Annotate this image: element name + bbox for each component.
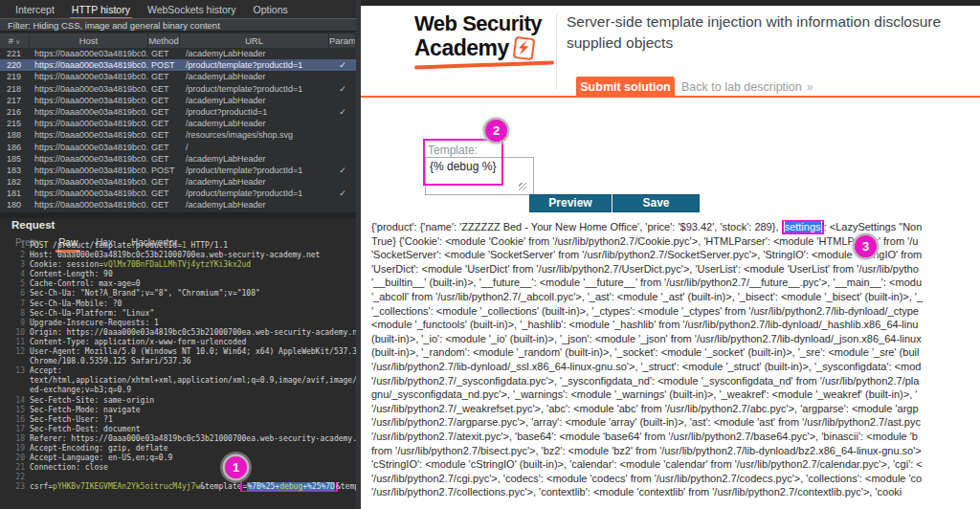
history-row[interactable]: 219https://0aaa000e03a4819bc0...GET/acad…: [0, 71, 356, 82]
params-checkmark-icon: [329, 153, 356, 165]
burp-tab-http-history[interactable]: HTTP history: [70, 1, 132, 20]
debug-line: '/usr/lib/python2.7/argparse.pyc'>, 'arr…: [371, 415, 980, 430]
request-raw-view[interactable]: 1POST /product/template?productId=1 HTTP…: [0, 241, 356, 509]
debug-line: <module '_functools' (built-in)>, '_hash…: [371, 318, 980, 332]
burp-tab-intercept[interactable]: Intercept: [13, 1, 56, 17]
history-table: 221https://0aaa000e03a4819bc0...GET/acad…: [0, 48, 356, 212]
history-row[interactable]: 183https://0aaa000e03a4819bc0...POST/pro…: [0, 165, 356, 176]
params-checkmark-icon: [329, 176, 356, 188]
history-cell-id: 219: [0, 71, 30, 82]
request-panel-title: Request: [11, 219, 55, 231]
history-cell-url: /academyLabHeader: [180, 199, 329, 210]
debug-line: 'UserDict': <module 'UserDict' from '/us…: [371, 262, 980, 277]
history-col-Host[interactable]: Host: [30, 33, 148, 48]
history-cell-url: /product/template?productId=1: [180, 59, 329, 71]
history-col-URL[interactable]: URL: [180, 33, 329, 48]
back-to-lab-description-link[interactable]: Back to lab description»: [681, 80, 813, 94]
params-checkmark-icon: [329, 142, 356, 153]
params-checkmark-icon: [329, 129, 356, 141]
debug-line: from '/usr/lib/python2.7/bisect.pyc'>, '…: [371, 444, 980, 458]
line-number: 10: [0, 328, 30, 338]
academy-page: Web Security Academy Server-side templat…: [361, 0, 980, 509]
request-line: 16Sec-Fetch-User: ?1: [0, 415, 356, 425]
save-button[interactable]: Save: [612, 194, 700, 212]
burp-panel: InterceptHTTP historyWebSockets historyO…: [0, 0, 356, 509]
history-cell-url: /academyLabHeader: [180, 118, 329, 129]
history-row[interactable]: 186https://0aaa000e03a4819bc0...GET/: [0, 142, 356, 153]
panel-splitter[interactable]: [0, 212, 356, 218]
history-row[interactable]: 180https://0aaa000e03a4819bc0...GET/acad…: [0, 199, 356, 210]
line-number: 3: [0, 260, 30, 270]
history-cell-host: https://0aaa000e03a4819bc0...: [30, 129, 148, 141]
history-cell-id: 180: [0, 199, 30, 210]
request-line: 19Accept-Encoding: gzip, deflate: [0, 444, 356, 454]
request-line: 6Sec-Ch-Ua: "Not?A_Brand";v="8", "Chromi…: [0, 289, 356, 299]
debug-line: '/usr/lib/python2.7/collections.pyc'>, '…: [371, 485, 980, 499]
request-line: 8Sec-Ch-Ua-Platform: "Linux": [0, 309, 356, 319]
line-number: [0, 386, 30, 395]
history-cell-method: GET: [148, 142, 180, 153]
history-cell-method: POST: [148, 165, 180, 176]
burp-tab-options[interactable]: Options: [252, 1, 290, 17]
history-cell-host: https://0aaa000e03a4819bc0...: [30, 165, 148, 176]
history-row[interactable]: 218https://0aaa000e03a4819bc0...GET/prod…: [0, 83, 356, 95]
history-row[interactable]: 215https://0aaa000e03a4819bc0...GET/acad…: [0, 118, 356, 129]
history-cell-url: /resources/images/shop.svg: [180, 129, 329, 141]
history-row[interactable]: 216https://0aaa000e03a4819bc0...GET/prod…: [0, 106, 356, 118]
history-col-num[interactable]: #∨: [0, 33, 30, 48]
request-line: ed-exchange;v=b3;q=0.9: [0, 386, 356, 395]
history-cell-url: /product/template?productId=1: [180, 188, 329, 199]
debug-line: '_collections': <module '_collections' (…: [371, 304, 980, 319]
history-cell-id: 220: [0, 59, 30, 71]
debug-line: '/usr/lib/python2.7/lib-dynload/_ssl.x86…: [371, 360, 980, 374]
request-line: 9Upgrade-Insecure-Requests: 1: [0, 319, 356, 328]
annotation-badge-2: 2: [485, 120, 507, 142]
line-number: 23: [0, 482, 30, 492]
preview-button[interactable]: Preview: [529, 194, 612, 212]
sort-caret-icon: ∨: [15, 38, 20, 45]
line-number: 12: [0, 347, 30, 357]
request-line: 15Sec-Fetch-Mode: navigate: [0, 406, 356, 415]
burp-tab-websockets-history[interactable]: WebSockets history: [145, 1, 238, 17]
history-row[interactable]: 182https://0aaa000e03a4819bc0...GET/acad…: [0, 176, 356, 188]
history-filter-bar[interactable]: Filter: Hiding CSS, image and general bi…: [0, 18, 356, 32]
debug-line: 'SocketServer': <module 'SocketServer' f…: [371, 248, 980, 262]
history-cell-method: GET: [148, 129, 180, 141]
history-cell-host: https://0aaa000e03a4819bc0...: [30, 83, 148, 95]
history-row[interactable]: 220https://0aaa000e03a4819bc0...POST/pro…: [0, 59, 356, 71]
history-col-Params[interactable]: Params: [329, 33, 356, 48]
line-number: 14: [0, 396, 30, 406]
history-row[interactable]: 188https://0aaa000e03a4819bc0...GET/reso…: [0, 129, 356, 141]
history-cell-host: https://0aaa000e03a4819bc0...: [30, 188, 148, 199]
history-col-Method[interactable]: Method: [148, 33, 180, 48]
history-cell-method: GET: [148, 199, 180, 210]
line-number: [0, 357, 30, 366]
web-security-academy-logo[interactable]: Web Security Academy: [414, 13, 554, 67]
line-number: 18: [0, 434, 30, 444]
request-line: 13Accept:: [0, 366, 356, 376]
debug-line: 'cStringIO': <module 'cStringIO' (built-…: [371, 457, 980, 472]
history-row[interactable]: 217https://0aaa000e03a4819bc0...GET/acad…: [0, 95, 356, 106]
history-row[interactable]: 221https://0aaa000e03a4819bc0...GET/acad…: [0, 48, 356, 59]
request-line: 12User-Agent: Mozilla/5.0 (Windows NT 10…: [0, 347, 356, 357]
request-line: text/html,application/xhtml+xml,applicat…: [0, 376, 356, 386]
annotation-box-3: settings: [784, 221, 822, 232]
settings-highlight: settings: [785, 221, 821, 232]
request-line: 7Sec-Ch-Ua-Mobile: ?0: [0, 299, 356, 309]
annotation-badge-1: 1: [225, 456, 247, 478]
history-cell-id: 217: [0, 95, 30, 106]
history-cell-host: https://0aaa000e03a4819bc0...: [30, 48, 148, 59]
history-row[interactable]: 181https://0aaa000e03a4819bc0...GET/prod…: [0, 188, 356, 199]
params-checkmark-icon: ✓: [329, 106, 356, 118]
line-number: 22: [0, 473, 30, 482]
submit-solution-button[interactable]: Submit solution: [576, 77, 675, 98]
history-cell-id: 185: [0, 153, 30, 165]
history-cell-id: 181: [0, 188, 30, 199]
debug-line: (built-in)>, '_io': <module '_io' (built…: [371, 332, 980, 346]
line-number: 9: [0, 319, 30, 328]
history-cell-url: /academyLabHeader: [180, 95, 329, 106]
textarea-resize-handle[interactable]: [519, 183, 526, 190]
line-number: 4: [0, 270, 30, 279]
history-row[interactable]: 185https://0aaa000e03a4819bc0...GET/acad…: [0, 153, 356, 165]
debug-line: '/usr/lib/python2.7/cgi.pyc'>, 'codecs':…: [371, 472, 980, 486]
